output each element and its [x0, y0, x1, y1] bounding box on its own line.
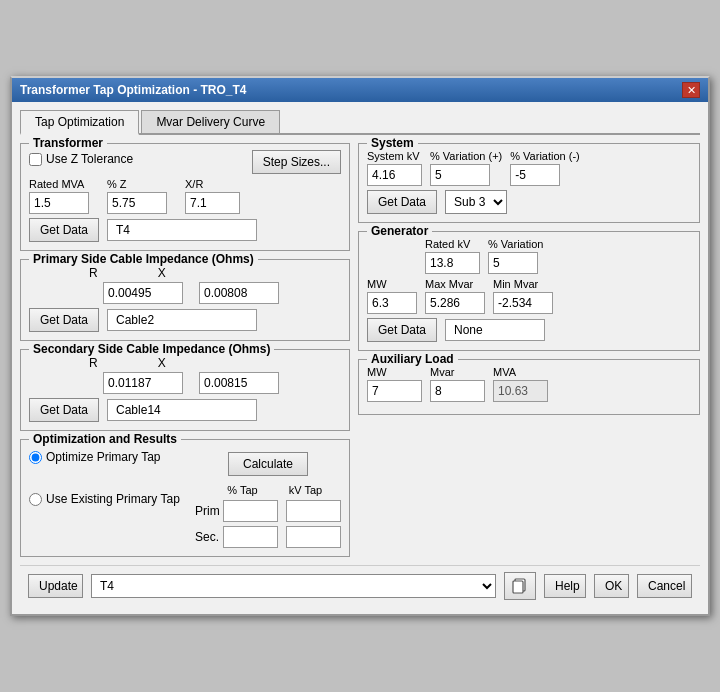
calculate-button[interactable]: Calculate: [228, 452, 308, 476]
secondary-cable-group-title: Secondary Side Cable Impedance (Ohms): [29, 342, 274, 356]
rated-mva-input[interactable]: [29, 192, 89, 214]
step-sizes-button[interactable]: Step Sizes...: [252, 150, 341, 174]
rated-mva-label: Rated MVA: [29, 178, 99, 190]
optimization-group-title: Optimization and Results: [29, 432, 181, 446]
gen-max-mvar-label: Max Mvar: [425, 278, 485, 290]
auxiliary-load-group: Auxiliary Load MW Mvar MVA: [358, 359, 700, 415]
use-existing-primary-tap-radio[interactable]: [29, 493, 42, 506]
rated-kv-label: Rated kV: [425, 238, 480, 250]
system-get-data-row: Get Data Sub 3 Sub 1 Sub 2: [367, 190, 691, 214]
window-title: Transformer Tap Optimization - TRO_T4: [20, 83, 246, 97]
transformer-dropdown[interactable]: T4 T1 T2 T3: [91, 574, 496, 598]
primary-x-input[interactable]: [199, 282, 279, 304]
right-panel: System System kV % Variation (+) % Varia…: [358, 143, 700, 557]
kv-tap-header: kV Tap: [278, 484, 333, 496]
svg-rect-1: [513, 581, 523, 593]
pct-z-input[interactable]: [107, 192, 167, 214]
prim-pct-tap-input[interactable]: [223, 500, 278, 522]
system-kv-label: System kV: [367, 150, 422, 162]
optimize-primary-tap-row: Optimize Primary Tap: [29, 450, 187, 464]
transformer-row1: Use Z Tolerance Step Sizes...: [29, 150, 341, 174]
aux-mva-display: [493, 380, 548, 402]
generator-group-title: Generator: [367, 224, 432, 238]
aux-mva-label: MVA: [493, 366, 548, 378]
pct-variation-pos-label: % Variation (+): [430, 150, 502, 162]
gen-min-mvar-input[interactable]: [493, 292, 553, 314]
primary-x-label: X: [158, 266, 166, 280]
aux-mw-input[interactable]: [367, 380, 422, 402]
auxiliary-load-group-title: Auxiliary Load: [367, 352, 458, 366]
pct-variation-neg-label: % Variation (-): [510, 150, 579, 162]
use-existing-primary-tap-row: Use Existing Primary Tap: [29, 492, 187, 506]
use-z-tolerance-row: Use Z Tolerance: [29, 152, 133, 166]
secondary-cable-get-data-row: Get Data Cable14: [29, 398, 341, 422]
use-z-tolerance-checkbox[interactable]: [29, 153, 42, 166]
optimization-group: Optimization and Results Optimize Primar…: [20, 439, 350, 557]
gen-mw-input[interactable]: [367, 292, 417, 314]
tab-tap-optimization[interactable]: Tap Optimization: [20, 110, 139, 135]
rated-kv-input[interactable]: [425, 252, 480, 274]
tab-bar: Tap Optimization Mvar Delivery Curve: [20, 110, 700, 135]
system-sub-dropdown[interactable]: Sub 3 Sub 1 Sub 2: [445, 190, 507, 214]
transformer-fields-labels: Rated MVA % Z X/R: [29, 178, 341, 214]
transformer-get-data-button[interactable]: Get Data: [29, 218, 99, 242]
secondary-r-label: R: [89, 356, 98, 370]
primary-cable-get-data-button[interactable]: Get Data: [29, 308, 99, 332]
transformer-group-title: Transformer: [29, 136, 107, 150]
secondary-r-input[interactable]: [103, 372, 183, 394]
primary-cable-get-data-row: Get Data Cable2: [29, 308, 341, 332]
secondary-x-label: X: [158, 356, 166, 370]
xr-input[interactable]: [185, 192, 240, 214]
generator-group: Generator Rated kV % Variation: [358, 231, 700, 351]
optimize-primary-tap-radio[interactable]: [29, 451, 42, 464]
xr-label: X/R: [185, 178, 245, 190]
system-kv-input[interactable]: [367, 164, 422, 186]
primary-cable-name-display: Cable2: [107, 309, 257, 331]
help-button[interactable]: Help: [544, 574, 586, 598]
use-existing-primary-tap-label: Use Existing Primary Tap: [46, 492, 180, 506]
update-button[interactable]: Update: [28, 574, 83, 598]
pct-variation-pos-input[interactable]: [430, 164, 490, 186]
cancel-button[interactable]: Cancel: [637, 574, 692, 598]
sec-pct-tap-input[interactable]: [223, 526, 278, 548]
optimize-primary-tap-label: Optimize Primary Tap: [46, 450, 160, 464]
close-button[interactable]: ✕: [682, 82, 700, 98]
system-get-data-button[interactable]: Get Data: [367, 190, 437, 214]
copy-icon-button[interactable]: [504, 572, 536, 600]
transformer-name-display: T4: [107, 219, 257, 241]
main-window: Transformer Tap Optimization - TRO_T4 ✕ …: [10, 76, 710, 616]
bottom-bar: Update T4 T1 T2 T3 Help OK Cancel: [20, 565, 700, 606]
secondary-cable-get-data-button[interactable]: Get Data: [29, 398, 99, 422]
main-area: Transformer Use Z Tolerance Step Sizes..…: [20, 143, 700, 557]
prim-kv-tap-input[interactable]: [286, 500, 341, 522]
generator-get-data-row: Get Data None: [367, 318, 691, 342]
generator-get-data-button[interactable]: Get Data: [367, 318, 437, 342]
tab-mvar-delivery-curve[interactable]: Mvar Delivery Curve: [141, 110, 280, 133]
transformer-get-data-row: Get Data T4: [29, 218, 341, 242]
gen-min-mvar-label: Min Mvar: [493, 278, 553, 290]
transformer-group: Transformer Use Z Tolerance Step Sizes..…: [20, 143, 350, 251]
primary-cable-group: Primary Side Cable Impedance (Ohms) R X …: [20, 259, 350, 341]
gen-max-mvar-input[interactable]: [425, 292, 485, 314]
use-z-tolerance-label: Use Z Tolerance: [46, 152, 133, 166]
gen-pct-variation-input[interactable]: [488, 252, 538, 274]
pct-tap-header: % Tap: [215, 484, 270, 496]
title-bar: Transformer Tap Optimization - TRO_T4 ✕: [12, 78, 708, 102]
primary-r-input[interactable]: [103, 282, 183, 304]
system-group: System System kV % Variation (+) % Varia…: [358, 143, 700, 223]
left-panel: Transformer Use Z Tolerance Step Sizes..…: [20, 143, 350, 557]
content-area: Tap Optimization Mvar Delivery Curve Tra…: [12, 102, 708, 614]
aux-mw-label: MW: [367, 366, 422, 378]
primary-cable-group-title: Primary Side Cable Impedance (Ohms): [29, 252, 258, 266]
aux-mvar-input[interactable]: [430, 380, 485, 402]
sec-label: Sec.: [195, 530, 215, 544]
secondary-cable-group: Secondary Side Cable Impedance (Ohms) R …: [20, 349, 350, 431]
ok-button[interactable]: OK: [594, 574, 629, 598]
system-group-title: System: [367, 136, 418, 150]
sec-kv-tap-input[interactable]: [286, 526, 341, 548]
pct-variation-neg-input[interactable]: [510, 164, 560, 186]
secondary-x-input[interactable]: [199, 372, 279, 394]
primary-r-label: R: [89, 266, 98, 280]
gen-pct-variation-label: % Variation: [488, 238, 543, 250]
gen-mw-label: MW: [367, 278, 417, 290]
